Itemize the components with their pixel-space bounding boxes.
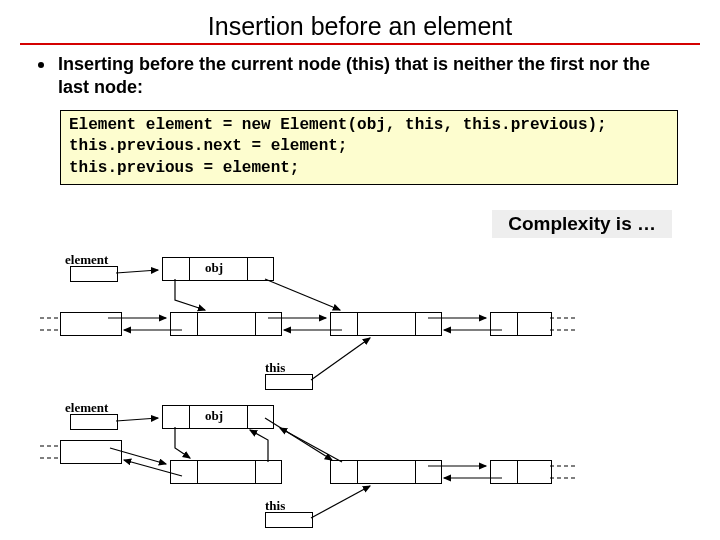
slide-title: Insertion before an element — [0, 0, 720, 43]
bullet-item: Inserting before the current node (this)… — [38, 53, 682, 100]
diagram-arrows-2 — [70, 400, 590, 540]
code-block: Element element = new Element(obj, this,… — [60, 110, 678, 185]
bullet-area: Inserting before the current node (this)… — [0, 53, 720, 100]
svg-line-18 — [124, 460, 182, 476]
svg-line-21 — [311, 486, 370, 518]
svg-line-12 — [116, 418, 158, 421]
bullet-dot-icon — [38, 62, 44, 68]
diagram-arrows — [70, 252, 590, 402]
complexity-label: Complexity is … — [492, 210, 672, 238]
svg-line-17 — [110, 448, 166, 464]
code-line-1: Element element = new Element(obj, this,… — [69, 116, 607, 134]
code-line-2: this.previous.next = element; — [69, 137, 347, 155]
slide: Insertion before an element Inserting be… — [0, 0, 720, 540]
title-underline — [20, 43, 700, 45]
bullet-text: Inserting before the current node (this)… — [58, 53, 682, 100]
code-line-3: this.previous = element; — [69, 159, 299, 177]
svg-line-11 — [311, 338, 370, 380]
svg-line-0 — [116, 270, 158, 273]
